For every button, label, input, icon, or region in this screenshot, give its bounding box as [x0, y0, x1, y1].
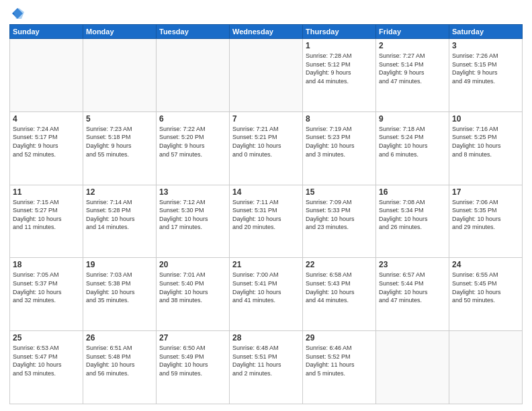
- calendar-cell: 29Sunrise: 6:46 AM Sunset: 5:52 PM Dayli…: [303, 331, 376, 404]
- day-number: 1: [306, 41, 373, 50]
- weekday-header-row: SundayMondayTuesdayWednesdayThursdayFrid…: [10, 25, 523, 39]
- calendar-cell: 17Sunrise: 7:06 AM Sunset: 5:35 PM Dayli…: [449, 185, 523, 258]
- day-number: 3: [452, 41, 519, 50]
- day-info: Sunrise: 7:18 AM Sunset: 5:24 PM Dayligh…: [379, 125, 446, 158]
- calendar-cell: [449, 331, 523, 404]
- calendar-cell: 19Sunrise: 7:03 AM Sunset: 5:38 PM Dayli…: [83, 258, 157, 331]
- day-number: 12: [86, 187, 153, 197]
- svg-marker-1: [13, 8, 24, 19]
- calendar-cell: [230, 39, 303, 112]
- day-info: Sunrise: 7:19 AM Sunset: 5:23 PM Dayligh…: [306, 125, 373, 158]
- calendar-cell: 6Sunrise: 7:22 AM Sunset: 5:20 PM Daylig…: [157, 111, 230, 185]
- day-number: 22: [306, 260, 373, 269]
- calendar-cell: [157, 39, 230, 112]
- day-number: 11: [13, 187, 80, 197]
- weekday-header-monday: Monday: [83, 25, 157, 39]
- day-number: 19: [86, 260, 153, 269]
- day-info: Sunrise: 6:53 AM Sunset: 5:47 PM Dayligh…: [13, 344, 80, 377]
- calendar-cell: 18Sunrise: 7:05 AM Sunset: 5:37 PM Dayli…: [10, 258, 83, 331]
- day-info: Sunrise: 7:05 AM Sunset: 5:37 PM Dayligh…: [13, 271, 80, 304]
- logo-icon: [11, 7, 24, 20]
- calendar-table: SundayMondayTuesdayWednesdayThursdayFrid…: [9, 24, 523, 404]
- day-info: Sunrise: 7:28 AM Sunset: 5:12 PM Dayligh…: [306, 52, 373, 85]
- day-number: 5: [86, 114, 153, 124]
- calendar-cell: 25Sunrise: 6:53 AM Sunset: 5:47 PM Dayli…: [10, 331, 83, 404]
- day-info: Sunrise: 7:26 AM Sunset: 5:15 PM Dayligh…: [452, 52, 519, 85]
- day-info: Sunrise: 7:06 AM Sunset: 5:35 PM Dayligh…: [452, 198, 519, 232]
- calendar-cell: 1Sunrise: 7:28 AM Sunset: 5:12 PM Daylig…: [303, 39, 376, 112]
- weekday-header-tuesday: Tuesday: [157, 25, 230, 39]
- calendar-cell: 12Sunrise: 7:14 AM Sunset: 5:28 PM Dayli…: [83, 185, 157, 258]
- header: [9, 7, 523, 20]
- calendar-cell: 13Sunrise: 7:12 AM Sunset: 5:30 PM Dayli…: [157, 185, 230, 258]
- day-number: 23: [379, 260, 446, 269]
- week-row-4: 18Sunrise: 7:05 AM Sunset: 5:37 PM Dayli…: [10, 258, 523, 331]
- day-number: 8: [306, 114, 373, 124]
- day-number: 14: [232, 187, 300, 197]
- day-info: Sunrise: 7:27 AM Sunset: 5:14 PM Dayligh…: [379, 52, 446, 85]
- day-info: Sunrise: 7:23 AM Sunset: 5:18 PM Dayligh…: [86, 125, 153, 158]
- calendar-cell: 16Sunrise: 7:08 AM Sunset: 5:34 PM Dayli…: [376, 185, 449, 258]
- day-info: Sunrise: 7:08 AM Sunset: 5:34 PM Dayligh…: [379, 198, 446, 232]
- day-number: 28: [232, 333, 300, 342]
- day-number: 17: [452, 187, 519, 197]
- week-row-2: 4Sunrise: 7:24 AM Sunset: 5:17 PM Daylig…: [10, 111, 523, 185]
- calendar-cell: 20Sunrise: 7:01 AM Sunset: 5:40 PM Dayli…: [157, 258, 230, 331]
- calendar-cell: [83, 39, 157, 112]
- day-info: Sunrise: 7:14 AM Sunset: 5:28 PM Dayligh…: [86, 198, 153, 232]
- day-info: Sunrise: 6:57 AM Sunset: 5:44 PM Dayligh…: [379, 271, 446, 304]
- day-number: 2: [379, 41, 446, 50]
- day-number: 9: [379, 114, 446, 124]
- weekday-header-saturday: Saturday: [449, 25, 523, 39]
- calendar-cell: 22Sunrise: 6:58 AM Sunset: 5:43 PM Dayli…: [303, 258, 376, 331]
- calendar-cell: 27Sunrise: 6:50 AM Sunset: 5:49 PM Dayli…: [157, 331, 230, 404]
- day-info: Sunrise: 6:55 AM Sunset: 5:45 PM Dayligh…: [452, 271, 519, 304]
- day-number: 20: [159, 260, 226, 269]
- day-number: 15: [306, 187, 373, 197]
- weekday-header-wednesday: Wednesday: [230, 25, 303, 39]
- calendar-cell: 10Sunrise: 7:16 AM Sunset: 5:25 PM Dayli…: [449, 111, 523, 185]
- calendar-cell: 11Sunrise: 7:15 AM Sunset: 5:27 PM Dayli…: [10, 185, 83, 258]
- week-row-1: 1Sunrise: 7:28 AM Sunset: 5:12 PM Daylig…: [10, 39, 523, 112]
- day-info: Sunrise: 7:11 AM Sunset: 5:31 PM Dayligh…: [232, 198, 300, 232]
- calendar-cell: 4Sunrise: 7:24 AM Sunset: 5:17 PM Daylig…: [10, 111, 83, 185]
- weekday-header-sunday: Sunday: [10, 25, 83, 39]
- day-number: 29: [306, 333, 373, 342]
- day-info: Sunrise: 7:22 AM Sunset: 5:20 PM Dayligh…: [159, 125, 226, 158]
- weekday-header-friday: Friday: [376, 25, 449, 39]
- calendar-cell: 23Sunrise: 6:57 AM Sunset: 5:44 PM Dayli…: [376, 258, 449, 331]
- day-info: Sunrise: 7:24 AM Sunset: 5:17 PM Dayligh…: [13, 125, 80, 158]
- day-number: 6: [159, 114, 226, 124]
- weekday-header-thursday: Thursday: [303, 25, 376, 39]
- day-info: Sunrise: 6:48 AM Sunset: 5:51 PM Dayligh…: [232, 344, 300, 377]
- page: SundayMondayTuesdayWednesdayThursdayFrid…: [0, 0, 532, 411]
- calendar-cell: 21Sunrise: 7:00 AM Sunset: 5:41 PM Dayli…: [230, 258, 303, 331]
- day-info: Sunrise: 6:46 AM Sunset: 5:52 PM Dayligh…: [306, 344, 373, 377]
- calendar-cell: 3Sunrise: 7:26 AM Sunset: 5:15 PM Daylig…: [449, 39, 523, 112]
- day-info: Sunrise: 7:01 AM Sunset: 5:40 PM Dayligh…: [159, 271, 226, 304]
- calendar-cell: 7Sunrise: 7:21 AM Sunset: 5:21 PM Daylig…: [230, 111, 303, 185]
- calendar-cell: 5Sunrise: 7:23 AM Sunset: 5:18 PM Daylig…: [83, 111, 157, 185]
- day-info: Sunrise: 7:00 AM Sunset: 5:41 PM Dayligh…: [232, 271, 300, 304]
- day-number: 18: [13, 260, 80, 269]
- calendar-cell: 26Sunrise: 6:51 AM Sunset: 5:48 PM Dayli…: [83, 331, 157, 404]
- week-row-3: 11Sunrise: 7:15 AM Sunset: 5:27 PM Dayli…: [10, 185, 523, 258]
- day-info: Sunrise: 7:03 AM Sunset: 5:38 PM Dayligh…: [86, 271, 153, 304]
- day-info: Sunrise: 7:21 AM Sunset: 5:21 PM Dayligh…: [232, 125, 300, 158]
- day-info: Sunrise: 6:50 AM Sunset: 5:49 PM Dayligh…: [159, 344, 226, 377]
- calendar-cell: 15Sunrise: 7:09 AM Sunset: 5:33 PM Dayli…: [303, 185, 376, 258]
- day-number: 7: [232, 114, 300, 124]
- day-number: 16: [379, 187, 446, 197]
- calendar-cell: [376, 331, 449, 404]
- day-info: Sunrise: 6:58 AM Sunset: 5:43 PM Dayligh…: [306, 271, 373, 304]
- day-number: 27: [159, 333, 226, 342]
- day-number: 25: [13, 333, 80, 342]
- day-number: 10: [452, 114, 519, 124]
- day-number: 24: [452, 260, 519, 269]
- calendar-cell: 24Sunrise: 6:55 AM Sunset: 5:45 PM Dayli…: [449, 258, 523, 331]
- calendar-cell: [10, 39, 83, 112]
- day-number: 13: [159, 187, 226, 197]
- day-info: Sunrise: 7:09 AM Sunset: 5:33 PM Dayligh…: [306, 198, 373, 232]
- calendar-cell: 8Sunrise: 7:19 AM Sunset: 5:23 PM Daylig…: [303, 111, 376, 185]
- logo: [9, 7, 24, 20]
